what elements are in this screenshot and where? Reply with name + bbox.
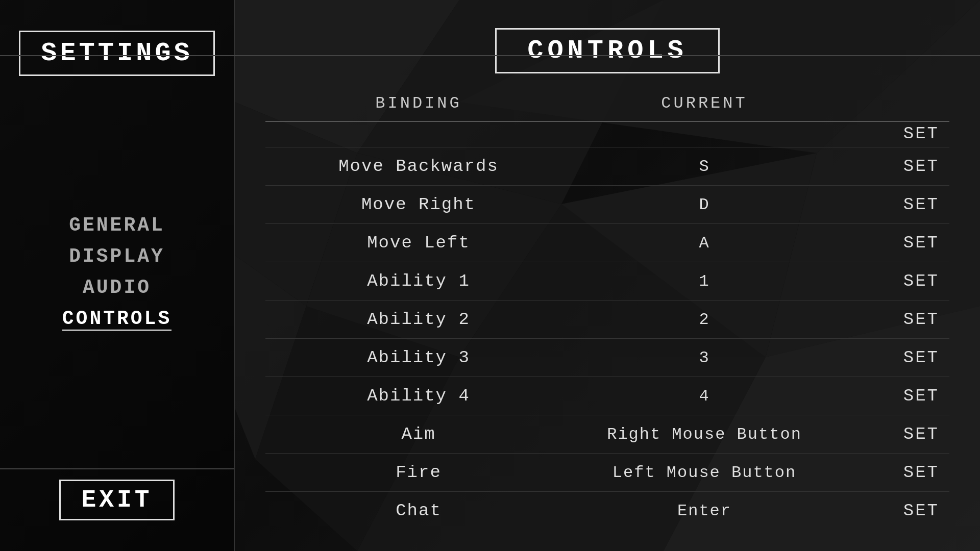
- table-header: BINDING CURRENT: [265, 94, 949, 122]
- current-fire: Left Mouse Button: [561, 463, 847, 482]
- partial-row: SET: [265, 122, 949, 147]
- binding-ability2: Ability 2: [276, 310, 561, 329]
- partial-set[interactable]: SET: [847, 124, 939, 143]
- settings-title: SETTINGS: [41, 38, 193, 68]
- current-move-right: D: [561, 195, 847, 214]
- set-fire[interactable]: SET: [847, 463, 939, 482]
- set-ability2[interactable]: SET: [847, 310, 939, 329]
- binding-ability4: Ability 4: [276, 386, 561, 406]
- current-chat: Enter: [561, 502, 847, 520]
- col-header-current: CURRENT: [561, 94, 847, 113]
- left-panel: SETTINGS GENERAL DISPLAY AUDIO CONTROLS …: [0, 0, 235, 551]
- right-panel: CONTROLS BINDING CURRENT SET Move Backwa…: [235, 0, 980, 551]
- current-move-backwards: S: [561, 157, 847, 176]
- exit-label: EXIT: [81, 486, 152, 514]
- current-aim: Right Mouse Button: [561, 425, 847, 444]
- controls-title-wrapper: CONTROLS: [265, 28, 949, 73]
- controls-title-box: CONTROLS: [495, 28, 720, 73]
- controls-title: CONTROLS: [527, 36, 688, 66]
- set-move-backwards[interactable]: SET: [847, 157, 939, 176]
- binding-move-right: Move Right: [276, 195, 561, 214]
- table-scroll[interactable]: SET Move Backwards S SET Move Right D SE…: [265, 122, 949, 520]
- current-ability2: 2: [561, 310, 847, 329]
- binding-ability3: Ability 3: [276, 348, 561, 367]
- current-ability3: 3: [561, 348, 847, 367]
- table-row: Move Right D SET: [265, 186, 949, 224]
- binding-ability1: Ability 1: [276, 271, 561, 291]
- set-move-right[interactable]: SET: [847, 195, 939, 214]
- controls-table: BINDING CURRENT SET Move Backwards S SET…: [265, 94, 949, 520]
- table-row: Fire Left Mouse Button SET: [265, 454, 949, 492]
- set-chat[interactable]: SET: [847, 501, 939, 520]
- current-ability1: 1: [561, 272, 847, 291]
- nav-item-general[interactable]: GENERAL: [69, 214, 165, 236]
- col-header-binding: BINDING: [276, 94, 561, 113]
- table-row: Aim Right Mouse Button SET: [265, 415, 949, 454]
- table-row: Ability 2 2 SET: [265, 300, 949, 339]
- binding-aim: Aim: [276, 424, 561, 444]
- bottom-divider: [0, 468, 234, 469]
- table-row: Move Backwards S SET: [265, 147, 949, 186]
- current-move-left: A: [561, 234, 847, 253]
- current-ability4: 4: [561, 387, 847, 406]
- table-row: Move Left A SET: [265, 224, 949, 262]
- binding-fire: Fire: [276, 463, 561, 482]
- nav-item-controls[interactable]: CONTROLS: [62, 308, 172, 331]
- nav-menu: GENERAL DISPLAY AUDIO CONTROLS: [62, 214, 172, 331]
- top-divider: [0, 55, 980, 56]
- binding-move-backwards: Move Backwards: [276, 157, 561, 176]
- table-row: Chat Enter SET: [265, 492, 949, 520]
- settings-title-box: SETTINGS: [19, 31, 215, 76]
- set-ability1[interactable]: SET: [847, 271, 939, 291]
- binding-chat: Chat: [276, 501, 561, 520]
- set-move-left[interactable]: SET: [847, 233, 939, 253]
- binding-move-left: Move Left: [276, 233, 561, 253]
- col-header-action: [847, 94, 939, 113]
- table-row: Ability 4 4 SET: [265, 377, 949, 415]
- table-row: Ability 3 3 SET: [265, 339, 949, 377]
- set-ability4[interactable]: SET: [847, 386, 939, 406]
- exit-button[interactable]: EXIT: [59, 480, 174, 520]
- nav-item-display[interactable]: DISPLAY: [69, 245, 165, 267]
- set-aim[interactable]: SET: [847, 424, 939, 444]
- nav-item-audio[interactable]: AUDIO: [83, 277, 151, 298]
- set-ability3[interactable]: SET: [847, 348, 939, 367]
- table-row: Ability 1 1 SET: [265, 262, 949, 300]
